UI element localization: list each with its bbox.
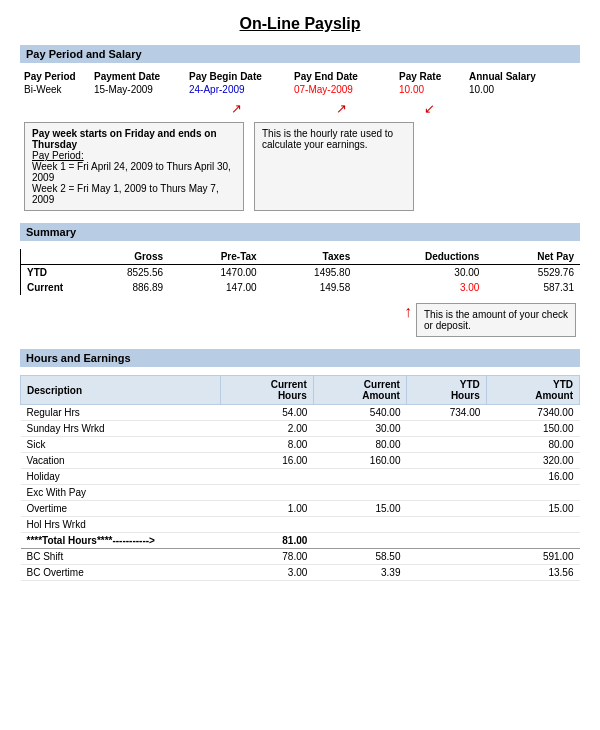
sick-ytd-amount: 80.00 (486, 437, 579, 453)
info-box2-text: This is the hourly rate used to calculat… (262, 128, 406, 150)
summary-current-row: Current 886.89 147.00 149.58 3.00 587.31 (21, 280, 581, 295)
begin-date-arrow: ↗ (231, 101, 242, 116)
col-current-hours: CurrentHours (220, 376, 313, 405)
info-box1-line2: Week 2 = Fri May 1, 2009 to Thurs May 7,… (32, 183, 236, 205)
bc-shift-ytd-hours (406, 549, 486, 565)
summary-col-netpay: Net Pay (485, 249, 580, 265)
page-title: On-Line Payslip (20, 15, 580, 33)
sick-desc: Sick (21, 437, 221, 453)
hours-earnings-header: Hours and Earnings (20, 349, 580, 367)
bc-shift-curr-hours: 78.00 (220, 549, 313, 565)
col-ytd-hours: YTDHours (406, 376, 486, 405)
sick-curr-amount: 80.00 (313, 437, 406, 453)
regular-hrs-curr-amount: 540.00 (313, 405, 406, 421)
pay-begin-date-value: 24-Apr-2009 (189, 84, 284, 95)
regular-hrs-curr-hours: 54.00 (220, 405, 313, 421)
total-hours-ytd-amount (486, 533, 579, 549)
overtime-curr-amount: 15.00 (313, 501, 406, 517)
current-label: Current (21, 280, 76, 295)
col-description: Description (21, 376, 221, 405)
total-hours-value: 81.00 (220, 533, 313, 549)
pay-end-date-value: 07-May-2009 (294, 84, 389, 95)
earnings-row-vacation: Vacation 16.00 160.00 320.00 (21, 453, 580, 469)
summary-table: Gross Pre-Tax Taxes Deductions Net Pay Y… (20, 249, 580, 295)
summary-header: Summary (20, 223, 580, 241)
col-ytd-amount: YTDAmount (486, 376, 579, 405)
bc-overtime-desc: BC Overtime (21, 565, 221, 581)
holiday-desc: Holiday (21, 469, 221, 485)
pay-begin-date-label: Pay Begin Date (189, 71, 284, 82)
total-hours-row: ****Total Hours****-----------> 81.00 (21, 533, 580, 549)
earnings-row-hol-hrs: Hol Hrs Wrkd (21, 517, 580, 533)
pay-period-label: Pay Period (24, 71, 84, 82)
annual-salary-label: Annual Salary (469, 71, 549, 82)
hol-hrs-ytd-amount (486, 517, 579, 533)
summary-section: Summary Gross Pre-Tax Taxes Deductions N… (20, 223, 580, 337)
info-box1-line1: Week 1 = Fri April 24, 2009 to Thurs Apr… (32, 161, 236, 183)
pay-period-section: Pay Period and Salary Pay Period Bi-Week… (20, 45, 580, 211)
total-hours-desc: ****Total Hours****-----------> (21, 533, 221, 549)
summary-col-taxes: Taxes (263, 249, 357, 265)
holiday-curr-amount (313, 469, 406, 485)
bc-shift-ytd-amount: 591.00 (486, 549, 579, 565)
earnings-row-exc: Exc With Pay (21, 485, 580, 501)
overtime-ytd-amount: 15.00 (486, 501, 579, 517)
vacation-curr-hours: 16.00 (220, 453, 313, 469)
exc-desc: Exc With Pay (21, 485, 221, 501)
holiday-ytd-amount: 16.00 (486, 469, 579, 485)
hol-hrs-desc: Hol Hrs Wrkd (21, 517, 221, 533)
summary-col-label (21, 249, 76, 265)
current-deductions: 3.00 (356, 280, 485, 295)
summary-ytd-row: YTD 8525.56 1470.00 1495.80 30.00 5529.7… (21, 265, 581, 281)
info-boxes: Pay week starts on Friday and ends on Th… (20, 122, 580, 211)
exc-ytd-amount (486, 485, 579, 501)
total-hours-ytd-hours (406, 533, 486, 549)
ytd-deductions: 30.00 (356, 265, 485, 281)
regular-hrs-ytd-hours: 734.00 (406, 405, 486, 421)
exc-curr-amount (313, 485, 406, 501)
summary-col-deductions: Deductions (356, 249, 485, 265)
current-pretax: 147.00 (169, 280, 263, 295)
vacation-ytd-hours (406, 453, 486, 469)
ytd-gross: 8525.56 (76, 265, 170, 281)
bc-overtime-ytd-amount: 13.56 (486, 565, 579, 581)
deposit-note-text: This is the amount of your check or depo… (424, 309, 568, 331)
bc-shift-desc: BC Shift (21, 549, 221, 565)
sunday-ytd-hours (406, 421, 486, 437)
overtime-curr-hours: 1.00 (220, 501, 313, 517)
vacation-curr-amount: 160.00 (313, 453, 406, 469)
pay-period-header: Pay Period and Salary (20, 45, 580, 63)
regular-hrs-ytd-amount: 7340.00 (486, 405, 579, 421)
pay-period-fields: Pay Period Bi-Week Payment Date 15-May-2… (20, 71, 580, 95)
holiday-curr-hours (220, 469, 313, 485)
hourly-rate-info-box: This is the hourly rate used to calculat… (254, 122, 414, 211)
pay-week-info-box: Pay week starts on Friday and ends on Th… (24, 122, 244, 211)
earnings-row-overtime: Overtime 1.00 15.00 15.00 (21, 501, 580, 517)
netpay-arrow: ↑ (404, 303, 412, 321)
pay-end-date-label: Pay End Date (294, 71, 389, 82)
hol-hrs-curr-hours (220, 517, 313, 533)
info-box1-sub: Pay Period: (32, 150, 236, 161)
ytd-taxes: 1495.80 (263, 265, 357, 281)
current-netpay: 587.31 (485, 280, 580, 295)
col-current-amount: CurrentAmount (313, 376, 406, 405)
exc-curr-hours (220, 485, 313, 501)
overtime-desc: Overtime (21, 501, 221, 517)
sunday-ytd-amount: 150.00 (486, 421, 579, 437)
pay-rate-value: 10.00 (399, 84, 459, 95)
sunday-desc: Sunday Hrs Wrkd (21, 421, 221, 437)
total-hours-amount (313, 533, 406, 549)
sick-curr-hours: 8.00 (220, 437, 313, 453)
pay-rate-arrow: ↙ (424, 101, 435, 116)
earnings-table: Description CurrentHours CurrentAmount Y… (20, 375, 580, 581)
annual-salary-value: 10.00 (469, 84, 549, 95)
ytd-netpay: 5529.76 (485, 265, 580, 281)
summary-col-pretax: Pre-Tax (169, 249, 263, 265)
current-gross: 886.89 (76, 280, 170, 295)
deposit-note-box: This is the amount of your check or depo… (416, 303, 576, 337)
pay-rate-label: Pay Rate (399, 71, 459, 82)
earnings-row-regular: Regular Hrs 54.00 540.00 734.00 7340.00 (21, 405, 580, 421)
hours-earnings-section: Hours and Earnings Description CurrentHo… (20, 349, 580, 581)
holiday-ytd-hours (406, 469, 486, 485)
overtime-ytd-hours (406, 501, 486, 517)
